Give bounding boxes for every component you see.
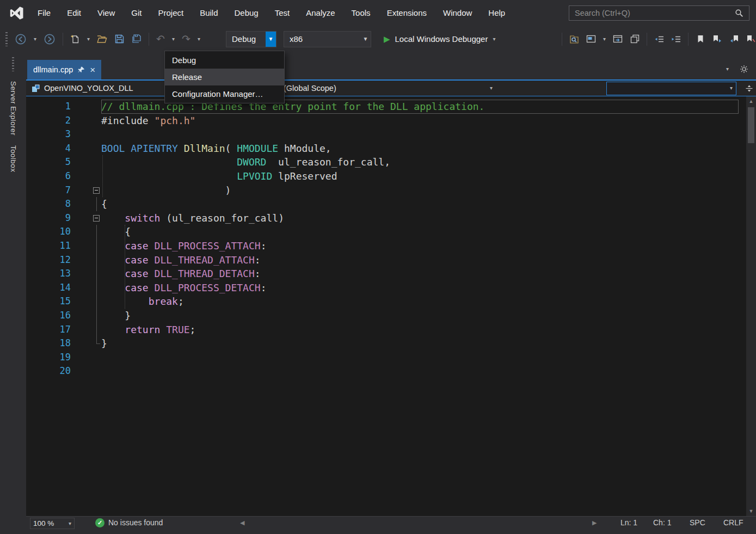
pin-tab-icon[interactable] [78,66,85,73]
copy-parallel-icon[interactable] [630,33,640,45]
menu-item-release[interactable]: Release [165,69,284,85]
code-line-18[interactable]: 18} [26,336,756,351]
find-in-files-icon[interactable] [569,33,579,45]
menu-git[interactable]: Git [123,0,150,26]
code-line-13[interactable]: 13 case DLL_THREAD_DETACH: [26,267,756,281]
menu-file[interactable]: File [29,0,59,26]
side-tab-toolbox[interactable]: Toolbox [9,145,17,172]
code-line-8[interactable]: 8{ [26,197,756,211]
code-line-11[interactable]: 11 case DLL_PROCESS_ATTACH: [26,239,756,253]
split-editor-icon[interactable] [742,84,756,93]
scroll-up-icon[interactable]: ▲ [746,99,756,104]
code-text: case DLL_THREAD_DETACH: [101,267,739,281]
menu-help[interactable]: Help [480,0,513,26]
code-text [101,364,739,378]
code-line-17[interactable]: 17 return TRUE; [26,323,756,337]
clear-bookmarks-icon[interactable] [746,33,756,45]
next-bookmark-icon[interactable] [712,33,722,45]
menu-extensions[interactable]: Extensions [379,0,435,26]
scope-dropdown[interactable]: (Global Scope) ▾ [275,81,499,96]
code-line-20[interactable]: 20 [26,364,756,378]
panel-drag-grip[interactable] [12,57,14,71]
document-list-dropdown-icon[interactable]: ▾ [726,66,729,72]
code-line-14[interactable]: 14 case DLL_PROCESS_DETACH: [26,281,756,295]
collapse-toggle-icon[interactable] [71,183,101,198]
code-line-3[interactable]: 3 [26,127,756,142]
scroll-right-icon[interactable]: ▶ [592,519,597,526]
close-tab-icon[interactable]: × [90,65,95,75]
redo-icon[interactable]: ↷ [182,34,190,44]
search-box[interactable]: Search (Ctrl+Q) [569,5,749,21]
code-text: #include "pch.h" [101,114,739,128]
insert-mode-indicator[interactable]: SPC [690,518,705,527]
collapse-toggle-icon[interactable] [71,211,101,225]
menu-window[interactable]: Window [435,0,480,26]
menu-debug[interactable]: Debug [226,0,267,26]
solution-configuration-select[interactable]: Debug ▼ [226,31,276,47]
chevron-down-icon[interactable]: ▼ [360,32,371,47]
side-tab-server-explorer[interactable]: Server Explorer [9,81,17,136]
preview-window-icon[interactable] [586,33,596,45]
undo-dropdown-icon[interactable]: ▾ [172,36,175,42]
zoom-select[interactable]: 100 % ▾ [30,518,75,529]
code-line-19[interactable]: 19 [26,351,756,365]
toggle-bookmark-icon[interactable] [696,33,705,45]
code-line-4[interactable]: 4BOOL APIENTRY DllMain( HMODULE hModule, [26,142,756,156]
code-line-1[interactable]: 1// dllmain.cpp : Defines the entry poin… [26,100,756,114]
undo-icon[interactable]: ↶ [156,34,165,44]
open-file-icon[interactable] [97,33,107,45]
health-status[interactable]: No issues found [108,518,163,527]
add-new-item-icon[interactable] [70,33,80,45]
outline-guide [71,100,101,114]
scroll-left-icon[interactable]: ◀ [240,519,244,526]
menu-project[interactable]: Project [150,0,192,26]
menu-edit[interactable]: Edit [59,0,89,26]
chevron-down-icon[interactable]: ▼ [266,32,276,47]
save-icon[interactable] [114,33,124,45]
code-line-10[interactable]: 10 { [26,225,756,239]
navigate-to-icon[interactable] [613,33,623,45]
health-check-icon[interactable]: ✓ [95,518,105,527]
scroll-down-icon[interactable]: ▼ [746,508,756,514]
code-line-5[interactable]: 5 DWORD ul_reason_for_call, [26,155,756,169]
line-number: 14 [26,281,71,295]
menu-test[interactable]: Test [267,0,298,26]
redo-dropdown-icon[interactable]: ▾ [198,36,200,42]
menu-view[interactable]: View [89,0,123,26]
line-ending-indicator[interactable]: CRLF [723,518,743,527]
start-debugging-button[interactable]: ▶ Local Windows Debugger ▾ [384,34,496,44]
code-editor[interactable]: 1// dllmain.cpp : Defines the entry poin… [26,96,756,516]
menu-build[interactable]: Build [192,0,226,26]
code-line-12[interactable]: 12 case DLL_THREAD_ATTACH: [26,253,756,267]
code-line-15[interactable]: 15 break; [26,294,756,309]
line-number: 13 [26,267,71,281]
navigate-back-dropdown-icon[interactable]: ▾ [34,36,36,42]
previous-bookmark-icon[interactable] [729,33,739,45]
solution-platform-select[interactable]: x86 ▼ [284,31,371,47]
menu-analyze[interactable]: Analyze [298,0,343,26]
chevron-down-icon[interactable]: ▾ [493,36,495,42]
code-line-9[interactable]: 9 switch (ul_reason_for_call) [26,211,756,225]
menu-tools[interactable]: Tools [343,0,379,26]
preview-dropdown-icon[interactable]: ▾ [603,36,606,42]
menu-item-debug[interactable]: Debug [165,52,284,69]
vertical-scrollbar[interactable]: ▲ ▼ [746,96,756,516]
navigate-backward-icon[interactable] [15,33,27,45]
code-line-16[interactable]: 16 } [26,309,756,323]
toolbar-drag-grip[interactable] [5,32,8,46]
code-line-7[interactable]: 7 ) [26,183,756,198]
member-dropdown[interactable]: ▾ [606,82,736,95]
add-item-dropdown-icon[interactable]: ▾ [87,36,90,42]
save-all-icon[interactable] [131,33,142,45]
tab-dllmain-cpp[interactable]: dllmain.cpp × [27,60,101,79]
scrollbar-thumb[interactable] [748,107,754,143]
code-line-2[interactable]: 2#include "pch.h" [26,114,756,128]
code-line-6[interactable]: 6 LPVOID lpReserved [26,169,756,183]
indent-guide [102,155,103,197]
toolbar-separator [149,33,149,46]
decrease-indent-icon[interactable] [654,33,664,45]
navigate-forward-icon[interactable] [44,33,56,45]
menu-item-configuration-manager-[interactable]: Configuration Manager… [165,85,284,102]
window-settings-gear-icon[interactable] [740,65,748,73]
increase-indent-icon[interactable] [671,33,681,45]
